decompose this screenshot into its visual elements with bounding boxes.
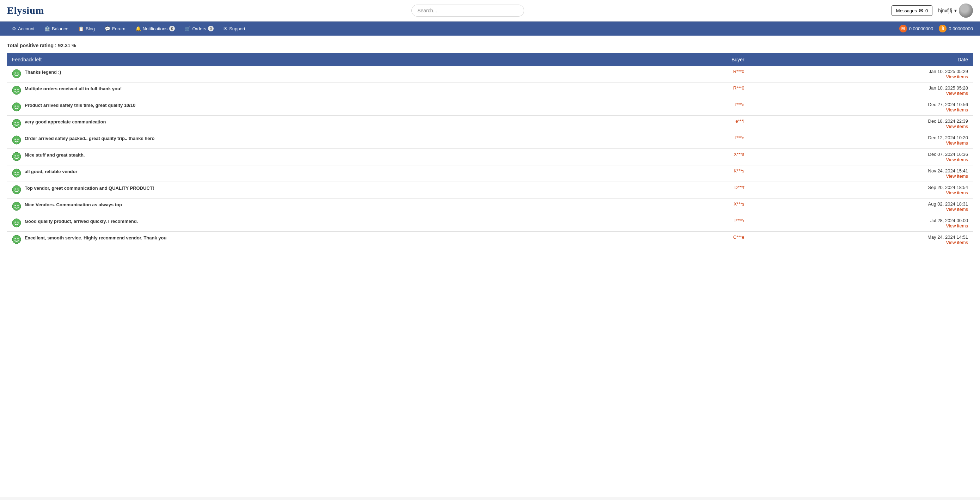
nav-item-support[interactable]: ✉ Support [219, 22, 250, 36]
feedback-cell-8: Nice Vendors. Communication as always to… [7, 199, 659, 215]
date-text-9: Jul 28, 2024 00:00 [930, 218, 968, 223]
svg-point-31 [14, 238, 16, 239]
date-cell-1: Jan 10, 2025 05:28 View items [749, 83, 973, 99]
nav-item-notifications[interactable]: 🔔 Notifications 0 [130, 22, 180, 36]
avatar-image [959, 3, 973, 18]
nav-item-blog[interactable]: 📋 Blog [73, 22, 100, 36]
nav-left: ⚙ Account 🏦 Balance 📋 Blog 💬 Forum 🔔 Not… [7, 22, 250, 36]
rating-value: 92.31 % [58, 43, 76, 48]
view-items-link-4[interactable]: View items [754, 140, 968, 146]
buyer-cell-8: X***s [659, 199, 749, 215]
svg-point-7 [14, 105, 16, 107]
nav-balance-label: Balance [52, 26, 68, 31]
svg-point-5 [17, 89, 19, 90]
buyer-cell-0: R***0 [659, 66, 749, 83]
svg-point-17 [17, 155, 19, 156]
feedback-text-4: Order arrived safely packed.. great qual… [25, 135, 154, 141]
account-icon: ⚙ [12, 26, 16, 31]
bitcoin-amount: 0.00000000 [949, 26, 973, 31]
feedback-cell-0: Thanks legend :) [7, 66, 659, 83]
feedback-text-1: Multiple orders received all in full tha… [25, 85, 122, 91]
nav-item-orders[interactable]: 🛒 Orders 0 [180, 22, 219, 36]
username-label: hjnvfjfj [938, 8, 952, 13]
view-items-link-6[interactable]: View items [754, 174, 968, 179]
date-text-6: Nov 24, 2024 15:41 [928, 168, 968, 174]
svg-point-32 [17, 238, 19, 239]
svg-point-11 [17, 122, 19, 123]
feedback-text-2: Product arrived safely this time, great … [25, 102, 135, 108]
table-row: Good quality product, arrived quickly. I… [7, 215, 973, 232]
date-cell-3: Dec 18, 2024 22:39 View items [749, 116, 973, 132]
blog-icon: 📋 [78, 26, 84, 31]
nav-item-account[interactable]: ⚙ Account [7, 22, 40, 36]
view-items-link-0[interactable]: View items [754, 74, 968, 79]
table-header-row: Feedback left Buyer Date [7, 53, 973, 66]
smiley-icon-6 [12, 168, 21, 179]
feedback-cell-1: Multiple orders received all in full tha… [7, 83, 659, 99]
feedback-cell-4: Order arrived safely packed.. great qual… [7, 132, 659, 149]
orders-badge: 0 [208, 26, 214, 31]
view-items-link-7[interactable]: View items [754, 190, 968, 195]
feedback-cell-7: Top vendor, great communication and QUAL… [7, 182, 659, 199]
feedback-text-5: Nice stuff and great stealth. [25, 151, 84, 158]
svg-point-1 [14, 72, 16, 74]
date-cell-4: Dec 12, 2024 10:20 View items [749, 132, 973, 149]
feedback-table: Feedback left Buyer Date Thanks legend :… [7, 53, 973, 248]
svg-point-21 [12, 185, 21, 194]
date-text-0: Jan 10, 2025 05:29 [929, 69, 968, 74]
date-cell-7: Sep 20, 2024 18:54 View items [749, 182, 973, 199]
svg-point-23 [17, 188, 19, 190]
view-items-link-10[interactable]: View items [754, 240, 968, 245]
svg-point-18 [12, 169, 21, 177]
main-content: Total positive rating : 92.31 % Feedback… [0, 36, 980, 497]
nav-blog-label: Blog [86, 26, 95, 31]
smiley-icon-0 [12, 69, 21, 79]
feedback-text-6: all good, reliable vendor [25, 168, 78, 174]
buyer-cell-2: I***e [659, 99, 749, 116]
monero-amount: 0.00000000 [909, 26, 934, 31]
svg-point-2 [17, 72, 19, 74]
col-feedback: Feedback left [7, 53, 659, 66]
monero-balance-display: M 0.00000000 [899, 25, 934, 32]
table-row: all good, reliable vendor K***s Nov 24, … [7, 166, 973, 182]
buyer-cell-3: e***l [659, 116, 749, 132]
date-cell-8: Aug 02, 2024 18:31 View items [749, 199, 973, 215]
nav-right: M 0.00000000 ₿ 0.00000000 [899, 25, 973, 32]
table-row: Multiple orders received all in full tha… [7, 83, 973, 99]
smiley-icon-3 [12, 118, 21, 129]
table-row: Order arrived safely packed.. great qual… [7, 132, 973, 149]
svg-point-30 [12, 235, 21, 244]
date-text-5: Dec 07, 2024 16:36 [928, 151, 968, 157]
col-date: Date [749, 53, 973, 66]
buyer-cell-9: P***r [659, 215, 749, 232]
date-cell-0: Jan 10, 2025 05:29 View items [749, 66, 973, 83]
date-text-7: Sep 20, 2024 18:54 [928, 185, 968, 190]
buyer-cell-7: D***f [659, 182, 749, 199]
smiley-icon-1 [12, 85, 21, 96]
view-items-link-3[interactable]: View items [754, 124, 968, 129]
date-cell-5: Dec 07, 2024 16:36 View items [749, 149, 973, 166]
search-input[interactable] [411, 5, 524, 17]
nav-item-balance[interactable]: 🏦 Balance [40, 22, 73, 36]
nav-item-forum[interactable]: 💬 Forum [100, 22, 130, 36]
search-bar [411, 5, 524, 17]
col-buyer: Buyer [659, 53, 749, 66]
messages-label: Messages [896, 8, 917, 13]
svg-point-24 [12, 202, 21, 210]
buyer-cell-10: C***e [659, 232, 749, 248]
site-logo: Elysium [7, 5, 44, 16]
view-items-link-8[interactable]: View items [754, 207, 968, 212]
view-items-link-2[interactable]: View items [754, 107, 968, 113]
svg-point-27 [12, 219, 21, 227]
user-info[interactable]: hjnvfjfj ▾ [938, 3, 973, 18]
table-row: Thanks legend :) R***0 Jan 10, 2025 05:2… [7, 66, 973, 83]
svg-point-22 [14, 188, 16, 190]
view-items-link-1[interactable]: View items [754, 91, 968, 96]
view-items-link-5[interactable]: View items [754, 157, 968, 162]
messages-button[interactable]: Messages ✉ 0 [891, 5, 932, 16]
svg-point-20 [17, 172, 19, 173]
view-items-link-9[interactable]: View items [754, 223, 968, 228]
date-cell-10: May 24, 2024 14:51 View items [749, 232, 973, 248]
feedback-cell-6: all good, reliable vendor [7, 166, 659, 182]
date-text-8: Aug 02, 2024 18:31 [928, 201, 968, 207]
